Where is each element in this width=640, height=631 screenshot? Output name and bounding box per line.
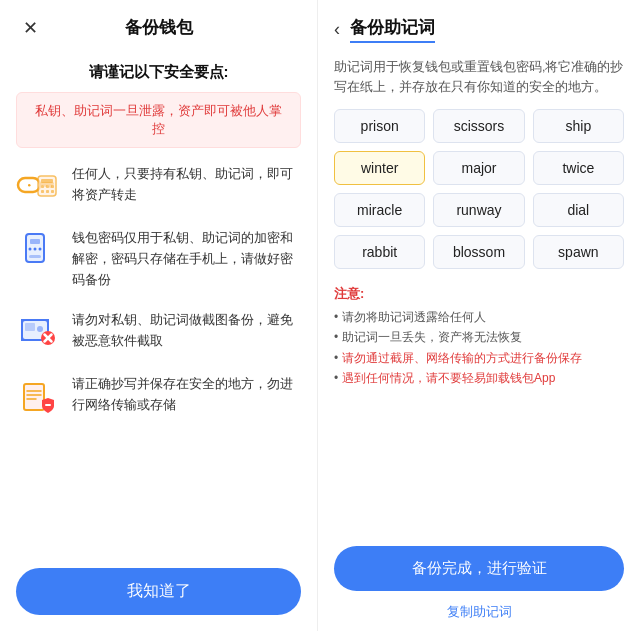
svg-rect-8 xyxy=(46,185,49,188)
security-item-4: 请正确抄写并保存在安全的地方，勿进行网络传输或存储 xyxy=(16,374,301,418)
mnemonic-word-spawn: spawn xyxy=(533,235,624,269)
svg-rect-18 xyxy=(29,255,41,258)
mnemonic-word-twice: twice xyxy=(533,151,624,185)
safe-storage-icon xyxy=(16,374,60,418)
notes-title: 注意: xyxy=(334,285,624,303)
right-notes: 注意: 请勿将助记词透露给任何人助记词一旦丢失，资产将无法恢复请勿通过截屏、网络… xyxy=(318,281,640,399)
screenshot-warning-icon xyxy=(16,310,60,354)
security-list: 任何人，只要持有私钥、助记词，即可将资产转走 钱包密码仅用于私钥、助记词的加密和… xyxy=(0,164,317,552)
note-item: 请勿通过截屏、网络传输的方式进行备份保存 xyxy=(334,348,624,368)
phone-password-icon xyxy=(16,228,60,272)
mnemonic-word-scissors: scissors xyxy=(433,109,524,143)
mnemonic-word-blossom: blossom xyxy=(433,235,524,269)
mnemonic-word-dial: dial xyxy=(533,193,624,227)
security-text-3: 请勿对私钥、助记词做截图备份，避免被恶意软件截取 xyxy=(72,310,301,352)
security-text-1: 任何人，只要持有私钥、助记词，即可将资产转走 xyxy=(72,164,301,206)
svg-point-16 xyxy=(34,248,37,251)
right-title: 备份助记词 xyxy=(350,16,435,43)
right-panel: ‹ 备份助记词 助记词用于恢复钱包或重置钱包密码,将它准确的抄写在纸上，并存放在… xyxy=(318,0,640,631)
mnemonic-word-runway: runway xyxy=(433,193,524,227)
key-icon xyxy=(16,164,60,208)
svg-rect-25 xyxy=(24,384,44,410)
mnemonic-word-miracle: miracle xyxy=(334,193,425,227)
svg-rect-14 xyxy=(30,239,40,244)
security-item-3: 请勿对私钥、助记词做截图备份，避免被恶意软件截取 xyxy=(16,310,301,354)
note-item: 助记词一旦丢失，资产将无法恢复 xyxy=(334,327,624,347)
svg-rect-1 xyxy=(28,184,31,187)
note-item: 请勿将助记词透露给任何人 xyxy=(334,307,624,327)
security-item-1: 任何人，只要持有私钥、助记词，即可将资产转走 xyxy=(16,164,301,208)
svg-rect-11 xyxy=(46,190,49,193)
verify-button[interactable]: 备份完成，进行验证 xyxy=(334,546,624,591)
acknowledge-button[interactable]: 我知道了 xyxy=(16,568,301,615)
svg-rect-7 xyxy=(41,185,44,188)
security-text-4: 请正确抄写并保存在安全的地方，勿进行网络传输或存储 xyxy=(72,374,301,416)
left-header: ✕ 备份钱包 xyxy=(0,0,317,55)
svg-rect-12 xyxy=(51,190,54,193)
mnemonic-word-major: major xyxy=(433,151,524,185)
security-text-2: 钱包密码仅用于私钥、助记词的加密和解密，密码只存储在手机上，请做好密码备份 xyxy=(72,228,301,290)
warning-banner: 私钥、助记词一旦泄露，资产即可被他人掌控 xyxy=(16,92,301,148)
svg-rect-20 xyxy=(25,323,35,331)
svg-point-21 xyxy=(37,326,43,332)
close-button[interactable]: ✕ xyxy=(16,14,44,42)
mnemonic-word-ship: ship xyxy=(533,109,624,143)
svg-rect-6 xyxy=(41,179,53,183)
right-header: ‹ 备份助记词 xyxy=(318,0,640,53)
left-subtitle: 请谨记以下安全要点: xyxy=(0,55,317,92)
svg-point-15 xyxy=(29,248,32,251)
left-bottom: 我知道了 xyxy=(0,552,317,631)
mnemonic-grid: prisonscissorsshipwintermajortwicemiracl… xyxy=(318,109,640,281)
back-button[interactable]: ‹ xyxy=(334,19,340,40)
svg-rect-9 xyxy=(51,185,54,188)
mnemonic-word-winter: winter xyxy=(334,151,425,185)
right-description: 助记词用于恢复钱包或重置钱包密码,将它准确的抄写在纸上，并存放在只有你知道的安全… xyxy=(318,53,640,109)
svg-point-17 xyxy=(39,248,42,251)
note-item: 遇到任何情况，请不要轻易卸载钱包App xyxy=(334,368,624,388)
copy-mnemonic-button[interactable]: 复制助记词 xyxy=(334,599,624,625)
mnemonic-word-rabbit: rabbit xyxy=(334,235,425,269)
left-panel: ✕ 备份钱包 请谨记以下安全要点: 私钥、助记词一旦泄露，资产即可被他人掌控 xyxy=(0,0,318,631)
security-item-2: 钱包密码仅用于私钥、助记词的加密和解密，密码只存储在手机上，请做好密码备份 xyxy=(16,228,301,290)
left-title: 备份钱包 xyxy=(125,16,193,39)
right-bottom: 备份完成，进行验证 复制助记词 xyxy=(318,536,640,631)
mnemonic-word-prison: prison xyxy=(334,109,425,143)
svg-rect-10 xyxy=(41,190,44,193)
